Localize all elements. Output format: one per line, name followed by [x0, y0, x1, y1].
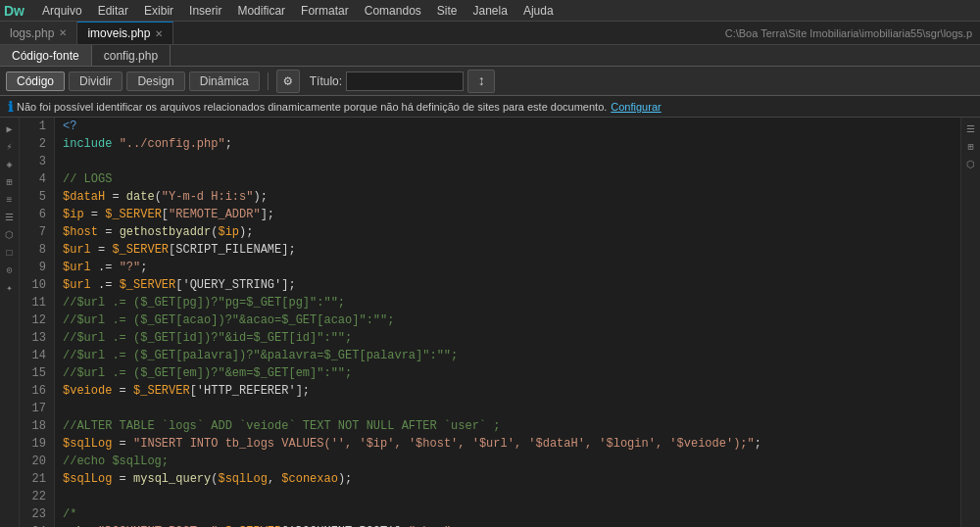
subtab-codigo-fonte[interactable]: Código-fonte	[0, 45, 92, 66]
menu-site[interactable]: Site	[429, 2, 466, 20]
menu-comandos[interactable]: Comandos	[357, 2, 429, 20]
sidebar-icon-6[interactable]: ⬡	[2, 227, 18, 243]
sidebar-icon-9[interactable]: ✦	[2, 280, 18, 296]
infobar: ℹ Não foi possível identificar os arquiv…	[0, 96, 980, 118]
line-number-7: 7	[24, 223, 46, 241]
tab-imoveis-label: imoveis.php	[87, 26, 150, 40]
app-logo: Dw	[4, 3, 24, 19]
line-number-16: 16	[24, 382, 46, 400]
btn-dividir[interactable]: Dividir	[69, 72, 122, 91]
code-line-4: // LOGS	[63, 170, 953, 188]
line-numbers: 123456789101112131415161718192021222324	[20, 118, 55, 527]
code-line-11: //$url .= ($_GET[pg])?"pg=$_GET[pg]":"";	[63, 294, 953, 311]
right-sidebar-icon-2: ⬡	[963, 157, 979, 172]
line-number-18: 18	[24, 417, 46, 435]
code-line-10: $url .= $_SERVER['QUERY_STRING'];	[63, 276, 953, 294]
btn-design[interactable]: Design	[126, 72, 184, 91]
code-line-18: //ALTER TABLE `logs` ADD `veiode` TEXT N…	[63, 417, 953, 435]
info-icon: ℹ	[8, 99, 13, 115]
line-number-21: 21	[24, 470, 46, 488]
file-path: C:\Boa Terra\Site Imobiliaria\imobiliari…	[725, 27, 980, 39]
tab-logs[interactable]: logs.php ✕	[0, 22, 77, 44]
configurar-link[interactable]: Configurar	[611, 101, 661, 113]
code-line-3	[63, 153, 953, 170]
line-number-20: 20	[24, 453, 46, 470]
code-line-14: //$url .= ($_GET[palavra])?"&palavra=$_G…	[63, 347, 953, 364]
editor: ▶⚡◈⊞≡☰⬡□⊙✦ 12345678910111213141516171819…	[0, 118, 980, 527]
line-number-17: 17	[24, 400, 46, 417]
refresh-icon-btn[interactable]: ↕	[467, 70, 495, 93]
code-line-22	[63, 488, 953, 505]
sidebar-icon-0[interactable]: ▶	[2, 121, 18, 137]
code-line-15: //$url .= ($_GET[em])?"&em=$_GET[em]":""…	[63, 364, 953, 382]
code-line-9: $url .= "?";	[63, 259, 953, 276]
tab-imoveis-close[interactable]: ✕	[155, 28, 163, 39]
menu-arquivo[interactable]: Arquivo	[34, 2, 90, 20]
right-sidebar-icon-0: ☰	[963, 121, 979, 137]
line-number-23: 23	[24, 505, 46, 523]
line-number-8: 8	[24, 241, 46, 259]
menu-ajuda[interactable]: Ajuda	[515, 2, 562, 20]
line-number-12: 12	[24, 311, 46, 329]
line-number-14: 14	[24, 347, 46, 364]
sidebar-icon-1[interactable]: ⚡	[2, 139, 18, 155]
line-number-2: 2	[24, 135, 46, 153]
code-line-1: <?	[63, 118, 953, 135]
code-line-23: /*	[63, 505, 953, 523]
menu-modificar[interactable]: Modificar	[229, 2, 293, 20]
sidebar-icon-4[interactable]: ≡	[2, 192, 18, 208]
menu-editar[interactable]: Editar	[90, 2, 136, 20]
sidebar-icon-5[interactable]: ☰	[2, 210, 18, 225]
toolbar: Código Dividir Design Dinâmica ⚙ Título:…	[0, 67, 980, 96]
line-number-13: 13	[24, 329, 46, 347]
line-number-10: 10	[24, 276, 46, 294]
code-line-5: $dataH = date("Y-m-d H:i:s");	[63, 188, 953, 206]
btn-dinamica[interactable]: Dinâmica	[189, 72, 260, 91]
right-sidebar-icon-1: ⊞	[963, 139, 979, 155]
titulo-input[interactable]	[346, 72, 464, 91]
tab-bar: logs.php ✕ imoveis.php ✕ C:\Boa Terra\Si…	[0, 22, 980, 45]
menu-formatar[interactable]: Formatar	[293, 2, 357, 20]
line-number-22: 22	[24, 488, 46, 505]
line-number-24: 24	[24, 523, 46, 527]
menubar: Dw Arquivo Editar Exibir Inserir Modific…	[0, 0, 980, 22]
line-number-3: 3	[24, 153, 46, 170]
titulo-label: Título:	[310, 74, 342, 88]
right-sidebar: ☰⊞⬡	[960, 118, 980, 527]
line-number-11: 11	[24, 294, 46, 311]
code-line-17	[63, 400, 953, 417]
menu-janela[interactable]: Janela	[466, 2, 515, 20]
sidebar-icon-7[interactable]: □	[2, 245, 18, 261]
tab-logs-label: logs.php	[10, 26, 54, 40]
code-line-8: $url = $_SERVER[SCRIPT_FILENAME];	[63, 241, 953, 259]
menu-exibir[interactable]: Exibir	[136, 2, 181, 20]
line-number-9: 9	[24, 259, 46, 276]
code-line-20: //echo $sqlLog;	[63, 453, 953, 470]
btn-codigo[interactable]: Código	[6, 72, 65, 91]
subtab-bar: Código-fonte config.php	[0, 45, 980, 67]
code-line-24: echo "DOCUMENT_ROOT: ".$_SERVER['DOCUMEN…	[63, 523, 953, 527]
line-number-1: 1	[24, 118, 46, 135]
sidebar-icon-3[interactable]: ⊞	[2, 174, 18, 190]
infobar-message: Não foi possível identificar os arquivos…	[17, 101, 607, 113]
code-line-7: $host = gethostbyaddr($ip);	[63, 223, 953, 241]
code-line-21: $sqlLog = mysql_query($sqlLog, $conexao)…	[63, 470, 953, 488]
sidebar-icon-2[interactable]: ◈	[2, 157, 18, 172]
code-line-19: $sqlLog = "INSERT INTO tb_logs VALUES(''…	[63, 435, 953, 453]
toolbar-sep	[268, 72, 269, 90]
code-content[interactable]: <?include "../config.php"; // LOGS$dataH…	[55, 118, 960, 527]
code-line-2: include "../config.php";	[63, 135, 953, 153]
code-line-12: //$url .= ($_GET[acao])?"&acao=$_GET[aca…	[63, 311, 953, 329]
line-number-4: 4	[24, 170, 46, 188]
subtab-config[interactable]: config.php	[92, 45, 171, 66]
line-number-6: 6	[24, 206, 46, 223]
tab-imoveis[interactable]: imoveis.php ✕	[77, 22, 173, 44]
tab-logs-close[interactable]: ✕	[59, 27, 67, 38]
line-number-15: 15	[24, 364, 46, 382]
sidebar-icon-8[interactable]: ⊙	[2, 263, 18, 278]
settings-icon-btn[interactable]: ⚙	[276, 70, 300, 93]
line-number-19: 19	[24, 435, 46, 453]
line-number-5: 5	[24, 188, 46, 206]
code-line-6: $ip = $_SERVER["REMOTE_ADDR"];	[63, 206, 953, 223]
menu-inserir[interactable]: Inserir	[181, 2, 229, 20]
